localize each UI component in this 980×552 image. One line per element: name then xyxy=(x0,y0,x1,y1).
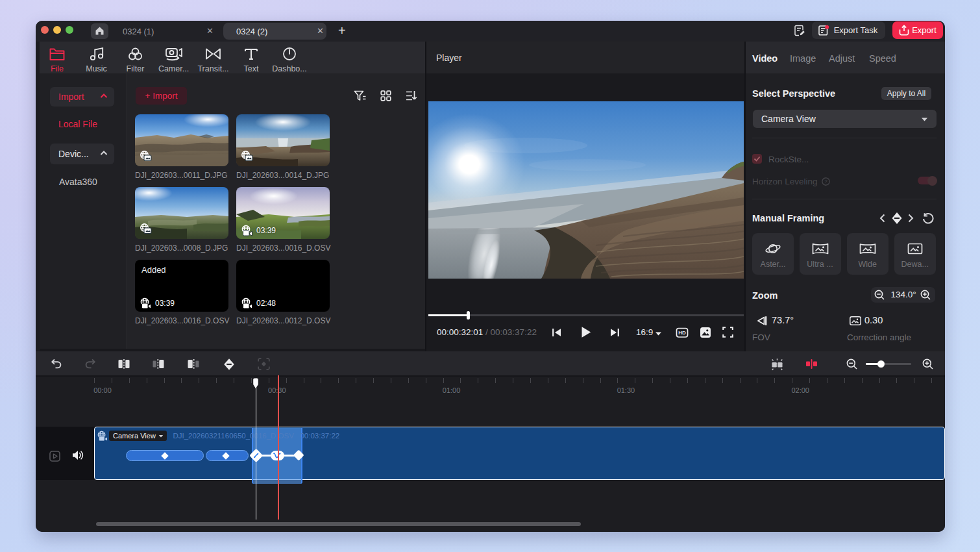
svg-text:?: ? xyxy=(825,179,828,184)
svg-text:HD: HD xyxy=(678,330,686,336)
